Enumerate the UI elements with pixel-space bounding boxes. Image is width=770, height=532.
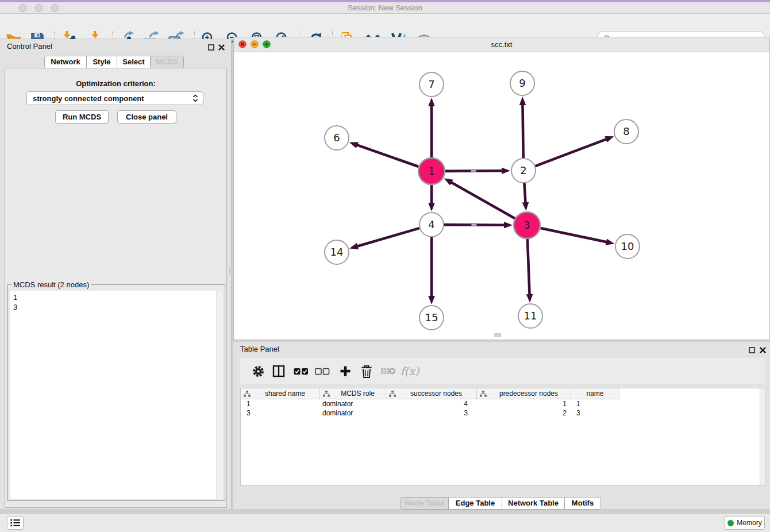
plus-icon <box>340 365 351 377</box>
tab-mcds[interactable]: MCDS <box>150 56 184 68</box>
tab-motifs[interactable]: Motifs <box>564 497 601 510</box>
graph-edge-1-6[interactable] <box>356 145 418 167</box>
column-header-shared-name[interactable]: shared name <box>241 388 320 399</box>
float-panel-icon[interactable] <box>207 43 215 51</box>
mcds-result-line: 1 <box>10 291 223 302</box>
fx-icon: f(x) <box>401 365 419 377</box>
table-cell[interactable]: 2 <box>477 408 571 418</box>
graph-edge-arrowhead <box>522 202 529 211</box>
criterion-dropdown-value: strongly connected component <box>33 94 192 103</box>
show-columns-button[interactable] <box>270 363 287 380</box>
mcds-result-title: MCDS result (2 nodes) <box>11 280 91 289</box>
edge-handle[interactable] <box>471 170 476 172</box>
delete-table-icon <box>380 367 396 376</box>
list-icon <box>10 519 21 527</box>
graph-edge-3-1[interactable] <box>451 182 515 218</box>
column-header-name[interactable]: name <box>571 388 619 399</box>
network-view-window: scc.txt 7968124314101511 <box>233 37 770 340</box>
column-settings-button[interactable] <box>249 363 267 380</box>
graph-node-label: 2 <box>520 164 526 176</box>
memory-button[interactable]: Memory <box>725 516 765 530</box>
float-table-panel-icon[interactable] <box>748 346 756 354</box>
column-header-predecessor-nodes[interactable]: predecessor nodes <box>477 388 571 399</box>
close-panel-button[interactable]: Close panel <box>117 110 176 124</box>
network-window-titlebar[interactable]: scc.txt <box>234 37 769 52</box>
result-scrollbar[interactable] <box>216 291 223 499</box>
tab-network-table[interactable]: Network Table <box>502 497 565 510</box>
graph-edge-arrowhead <box>502 167 510 174</box>
tab-node-table[interactable]: Node Table <box>401 497 449 510</box>
app-titlebar: Session: New Session <box>0 0 770 14</box>
tab-select[interactable]: Select <box>117 56 151 68</box>
graph-node-label: 7 <box>428 78 434 90</box>
function-builder-button[interactable]: f(x) <box>401 363 418 380</box>
run-mcds-button[interactable]: Run MCDS <box>55 110 109 124</box>
hierarchy-icon <box>480 391 487 397</box>
column-header-MCDS-role[interactable]: MCDS role <box>320 388 386 399</box>
node-table[interactable]: shared nameMCDS rolesuccessor nodesprede… <box>240 388 765 485</box>
select-all-button[interactable] <box>292 363 310 380</box>
criterion-dropdown[interactable]: strongly connected component <box>26 91 203 105</box>
table-cell[interactable]: 3 <box>386 408 477 418</box>
network-graph[interactable]: 7968124314101511 <box>234 52 769 340</box>
graph-edge-2-9[interactable] <box>522 104 523 158</box>
delete-table-button[interactable] <box>379 363 396 380</box>
gear-icon <box>252 365 265 378</box>
table-cell[interactable]: 1 <box>241 399 320 408</box>
tab-network[interactable]: Network <box>44 56 87 68</box>
tab-edge-table[interactable]: Edge Table <box>448 497 502 510</box>
graph-node-label: 3 <box>523 219 530 231</box>
delete-column-button[interactable] <box>358 363 375 380</box>
table-panel-tabs: Node TableEdge TableNetwork TableMotifs <box>401 497 601 510</box>
mcds-panel: Optimization criterion: strongly connect… <box>5 68 227 508</box>
control-panel-header: Control Panel <box>0 39 231 54</box>
table-row[interactable]: 3dominator323 <box>241 408 758 418</box>
mcds-result-line: 3 <box>10 302 223 312</box>
status-bar: Memory <box>0 513 770 532</box>
close-table-panel-icon[interactable] <box>759 346 767 354</box>
graph-edge-4-14[interactable] <box>357 228 419 246</box>
graph-edge-3-11[interactable] <box>528 239 530 295</box>
table-cell[interactable]: 3 <box>241 408 320 418</box>
network-canvas[interactable]: 7968124314101511 <box>234 52 769 340</box>
table-cell[interactable]: 1 <box>571 399 619 408</box>
graph-edge-arrowhead <box>428 98 435 106</box>
table-cell[interactable]: dominator <box>320 408 386 418</box>
table-row[interactable]: 1dominator411 <box>241 399 758 408</box>
graph-edge-arrowhead <box>526 294 533 303</box>
add-column-button[interactable] <box>337 363 354 380</box>
table-cell[interactable]: 3 <box>571 408 619 418</box>
deselect-all-button[interactable] <box>314 363 331 380</box>
cytoscape-window: { "app": { "title": "Session: New Sessio… <box>0 0 770 532</box>
graph-edge-arrowhead <box>519 97 526 105</box>
table-cell[interactable]: 4 <box>386 399 477 408</box>
edge-handle[interactable] <box>471 224 476 226</box>
graph-edge-2-8[interactable] <box>536 139 607 166</box>
control-panel: Control Panel NetworkStyleSelectMCDS Opt… <box>0 39 232 509</box>
close-panel-icon[interactable] <box>217 43 225 51</box>
splitter-handle-vertical[interactable] <box>229 267 232 274</box>
table-panel-title: Table Panel <box>240 345 279 353</box>
unchecked-boxes-icon <box>315 368 330 375</box>
graph-edge-arrowhead <box>444 178 453 185</box>
graph-node-label: 9 <box>519 77 525 89</box>
memory-label: Memory <box>737 519 761 527</box>
graph-node-label: 14 <box>330 246 344 258</box>
splitter-handle[interactable] <box>494 333 501 337</box>
graph-edge-2-3[interactable] <box>524 183 525 203</box>
graph-node-label: 1 <box>428 165 434 177</box>
checked-boxes-icon <box>294 368 309 375</box>
graph-node-label: 8 <box>623 125 629 137</box>
mcds-result-area[interactable]: 13 <box>10 291 223 499</box>
graph-edge-3-10[interactable] <box>540 228 607 242</box>
hierarchy-icon <box>389 391 396 397</box>
column-header-successor-nodes[interactable]: successor nodes <box>386 388 477 399</box>
table-cell[interactable]: 1 <box>477 399 571 408</box>
table-cell[interactable]: dominator <box>320 399 386 408</box>
show-panels-button[interactable] <box>7 516 24 530</box>
graph-edge-arrowhead <box>606 238 615 245</box>
tab-style[interactable]: Style <box>86 56 117 68</box>
hierarchy-icon <box>244 391 251 397</box>
graph-edge-arrowhead <box>504 222 513 229</box>
table-scrollbar[interactable] <box>760 388 765 485</box>
